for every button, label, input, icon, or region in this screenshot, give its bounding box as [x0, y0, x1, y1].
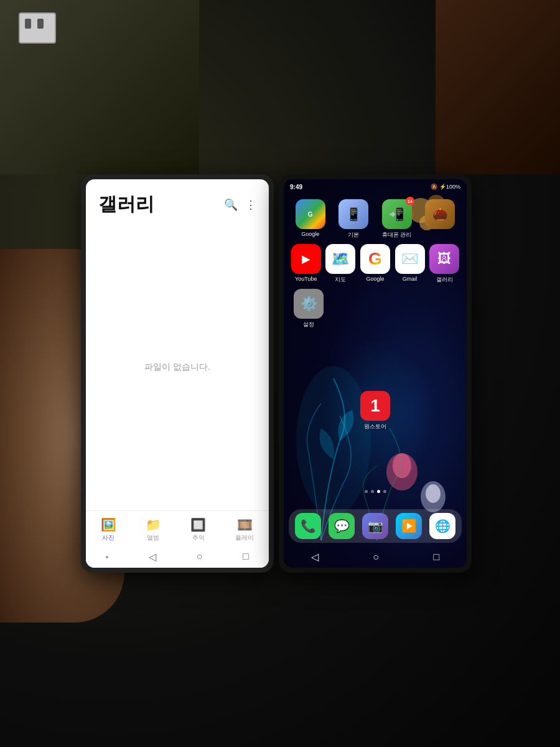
svg-point-3	[421, 481, 446, 512]
battery-icon: ⚡100%	[439, 184, 460, 190]
app-row-1: G Google 📱 기본 📲 14	[289, 199, 462, 239]
phone-mgr-badge: 14	[406, 197, 414, 205]
svg-point-1	[386, 453, 418, 491]
wall-area	[0, 0, 199, 174]
status-bar: 9:49 🔕 ⚡100%	[284, 179, 467, 194]
phone-mgr-icon: 📲 14	[382, 199, 412, 229]
chrome-icon: 🌐	[429, 513, 455, 539]
right-phone-screen: 9:49 🔕 ⚡100% G Google	[284, 179, 467, 568]
settings-label: 설정	[303, 321, 314, 329]
play-icon: 🎞️	[237, 517, 253, 532]
app-youtube[interactable]: ▶ YouTube	[289, 244, 324, 284]
svg-point-4	[426, 484, 441, 503]
gmail-label: Gmail	[403, 276, 418, 282]
app-phone-manager[interactable]: 📲 14 휴대폰 관리	[380, 199, 414, 239]
back-button[interactable]: ◁	[149, 551, 156, 563]
gallery-bottom-nav: 🖼️ 사진 📁 앨범 🔲 추억 🎞️ 플레이	[86, 510, 269, 546]
dock-camera[interactable]: 📷	[358, 513, 392, 539]
gallery-nav-memories[interactable]: 🔲 추억	[190, 517, 206, 542]
gallery-nav-albums[interactable]: 📁 앨범	[146, 517, 161, 542]
play-store-icon: ▶️	[396, 513, 422, 539]
gallery-title: 갤러리	[98, 192, 154, 217]
app-row-2: ▶ YouTube 🗺️ 지도 G Google	[289, 244, 462, 284]
dark-bg-top-right	[436, 0, 560, 174]
onestore-icon: 1	[360, 391, 390, 421]
app-maps[interactable]: 🗺️ 지도	[324, 244, 358, 284]
gallery-label: 갤러리	[436, 276, 453, 284]
phone-mgr-label: 휴대폰 관리	[382, 231, 412, 239]
right-recents-button[interactable]: □	[434, 552, 440, 563]
page-dot-4	[383, 490, 386, 493]
google-label: Google	[366, 276, 384, 282]
phones-container: 갤러리 🔍 ⋮ 파일이 없습니다. 🖼️ 사진 📁 앨범	[81, 174, 472, 573]
app-grid: G Google 📱 기본 📲 14	[284, 197, 467, 336]
app-google-folder[interactable]: G Google	[293, 199, 328, 239]
left-phone: 갤러리 🔍 ⋮ 파일이 없습니다. 🖼️ 사진 📁 앨범	[81, 174, 274, 573]
gallery-header: 갤러리 🔍 ⋮	[86, 179, 269, 223]
status-time: 9:49	[290, 184, 302, 190]
right-phone-system-nav: ◁ ○ □	[284, 548, 467, 565]
page-dot-3	[377, 490, 380, 493]
dot-indicator	[106, 556, 108, 558]
wall-outlet	[19, 12, 56, 44]
app-nuts[interactable]: 🌰	[422, 199, 457, 239]
youtube-label: YouTube	[295, 276, 317, 282]
nuts-icon: 🌰	[425, 199, 455, 229]
svg-point-2	[393, 453, 411, 478]
gallery-content: 파일이 없습니다.	[86, 223, 269, 510]
app-google[interactable]: G Google	[358, 244, 393, 284]
app-settings[interactable]: ⚙️ 설정	[291, 289, 326, 329]
gallery-nav-photos[interactable]: 🖼️ 사진	[101, 517, 116, 542]
maps-label: 지도	[335, 276, 346, 284]
empty-message: 파일이 없습니다.	[144, 362, 210, 373]
memories-icon: 🔲	[190, 517, 206, 532]
gallery-header-icons: 🔍 ⋮	[224, 198, 256, 212]
page-dot-2	[371, 490, 374, 493]
maps-icon: 🗺️	[325, 244, 355, 274]
right-phone: 9:49 🔕 ⚡100% G Google	[279, 174, 472, 573]
albums-icon: 📁	[146, 517, 161, 532]
onestore-widget[interactable]: 1 원스토어	[358, 391, 393, 431]
home-button[interactable]: ○	[197, 551, 203, 563]
onestore-label: 원스토어	[364, 423, 386, 431]
recents-button[interactable]: □	[243, 551, 249, 563]
basic-label: 기본	[348, 231, 359, 239]
basic-icon: 📱	[338, 199, 368, 229]
app-gallery[interactable]: 🖼 갤러리	[427, 244, 462, 284]
dock-messages[interactable]: 💬	[325, 513, 358, 539]
right-back-button[interactable]: ◁	[311, 551, 319, 563]
dock-chrome[interactable]: 🌐	[426, 513, 459, 539]
page-dots	[284, 490, 467, 493]
left-phone-system-nav: ◁ ○ □	[86, 546, 269, 568]
dock: 📞 💬 📷 ▶️	[289, 509, 462, 543]
dock-play[interactable]: ▶️	[392, 513, 426, 539]
left-phone-screen: 갤러리 🔍 ⋮ 파일이 없습니다. 🖼️ 사진 📁 앨범	[86, 179, 269, 568]
memories-label: 추억	[192, 533, 205, 542]
search-icon[interactable]: 🔍	[224, 198, 238, 212]
gallery-nav-play[interactable]: 🎞️ 플레이	[235, 517, 254, 542]
app-row-3: ⚙️ 설정	[289, 289, 462, 329]
silent-icon: 🔕	[431, 184, 437, 190]
gmail-icon: ✉️	[395, 244, 425, 274]
google-folder-icon: G	[296, 199, 325, 229]
play-label: 플레이	[235, 533, 254, 542]
app-gmail[interactable]: ✉️ Gmail	[393, 244, 427, 284]
photos-label: 사진	[102, 533, 114, 542]
gallery-icon: 🖼	[429, 244, 459, 274]
svg-point-0	[296, 366, 371, 515]
settings-icon: ⚙️	[294, 289, 324, 319]
photos-icon: 🖼️	[101, 517, 116, 532]
albums-label: 앨범	[147, 533, 159, 542]
google-icon: G	[360, 244, 390, 274]
youtube-icon: ▶	[291, 244, 321, 274]
more-options-icon[interactable]: ⋮	[245, 198, 256, 212]
app-basic[interactable]: 📱 기본	[336, 199, 371, 239]
dock-whatsapp[interactable]: 📞	[291, 513, 325, 539]
whatsapp-icon: 📞	[295, 513, 321, 539]
page-dot-1	[365, 490, 368, 493]
messages-icon: 💬	[329, 513, 355, 539]
right-home-button[interactable]: ○	[373, 552, 379, 563]
camera-icon: 📷	[362, 513, 388, 539]
status-icons: 🔕 ⚡100%	[431, 184, 460, 190]
google-folder-label: Google	[301, 231, 319, 237]
